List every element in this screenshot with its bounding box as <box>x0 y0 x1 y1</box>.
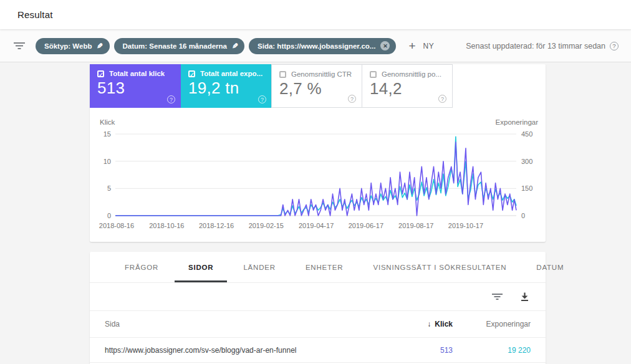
column-header-impressions[interactable]: Exponeringar <box>453 320 531 328</box>
chip-label: Söktyp: Webb <box>44 42 92 50</box>
metric-card-ctr[interactable]: Genomsnittlig CTR 2,7 % ? <box>271 64 362 108</box>
metric-card-clicks[interactable]: ✓ Totalt antal klick 513 ? <box>90 64 181 108</box>
column-header-clicks[interactable]: ↓Klick <box>378 320 453 328</box>
table-filter-icon[interactable] <box>492 293 503 300</box>
metric-label: Genomsnittlig po... <box>382 70 441 78</box>
clicks-value: 513 <box>378 346 453 355</box>
tab-pages[interactable]: SIDOR <box>173 252 228 282</box>
performance-panel: ✓ Totalt antal klick 513 ? ✓ Totalt anta… <box>90 64 546 242</box>
tab-queries[interactable]: FRÅGOR <box>110 252 173 282</box>
checkbox-icon[interactable]: ✓ <box>188 70 195 77</box>
x-axis-tick: 2018-10-16 <box>138 222 195 229</box>
dimension-tabs: FRÅGOR SIDOR LÄNDER ENHETER VISNINGSSÄTT… <box>90 252 546 283</box>
x-axis-tick: 2019-10-17 <box>438 222 494 229</box>
column-header-page[interactable]: Sida <box>105 320 378 328</box>
edit-pencil-icon[interactable]: ✎ <box>97 42 103 50</box>
x-axis-tick: 2018-08-16 <box>89 222 145 229</box>
x-axis-tick: 2019-08-17 <box>388 222 444 229</box>
filter-chip-search-type[interactable]: Söktyp: Webb ✎ <box>36 38 110 54</box>
app-header: Resultat <box>0 0 631 29</box>
tab-dates[interactable]: DATUM <box>521 252 579 282</box>
checkbox-icon[interactable]: ✓ <box>97 70 104 77</box>
filter-chip-page[interactable]: Sida: https://www.jobassigner.co... ✕ <box>249 38 396 54</box>
x-axis-tick: 2019-04-17 <box>288 222 344 229</box>
metric-value: 19,2 tn <box>188 79 264 98</box>
filter-list-icon[interactable] <box>14 42 25 50</box>
chip-label: Datum: Senaste 16 månaderna <box>123 42 227 50</box>
help-icon[interactable]: ? <box>610 42 619 50</box>
metric-label: Totalt antal expo... <box>200 70 263 77</box>
table-toolbar <box>90 283 546 311</box>
filter-chips: Söktyp: Webb ✎ Datum: Senaste 16 månader… <box>36 38 396 54</box>
sort-descending-icon: ↓ <box>427 320 431 328</box>
x-axis-tick: 2018-12-16 <box>188 222 244 229</box>
metric-value: 513 <box>97 79 173 98</box>
metric-value: 14,2 <box>370 79 445 98</box>
chip-label: Sida: https://www.jobassigner.co... <box>258 42 375 50</box>
impressions-value: 19 220 <box>453 346 531 355</box>
table-header-row: Sida ↓Klick Exponeringar <box>90 311 546 338</box>
help-icon[interactable]: ? <box>167 95 175 103</box>
checkbox-icon[interactable] <box>370 71 377 78</box>
metric-card-impressions[interactable]: ✓ Totalt antal expo... 19,2 tn ? <box>181 64 272 108</box>
help-icon[interactable]: ? <box>348 95 356 103</box>
metric-card-position[interactable]: Genomsnittlig po... 14,2 ? <box>362 64 453 108</box>
page-title: Resultat <box>17 9 53 20</box>
download-icon[interactable] <box>520 292 529 302</box>
metric-label: Totalt antal klick <box>109 70 165 77</box>
help-icon[interactable]: ? <box>258 95 266 103</box>
checkbox-icon[interactable] <box>279 71 286 78</box>
tab-countries[interactable]: LÄNDER <box>228 252 290 282</box>
filter-chip-date[interactable]: Datum: Senaste 16 månaderna ✎ <box>114 38 245 54</box>
new-filter-button[interactable]: + NY <box>408 40 434 52</box>
new-filter-label: NY <box>423 42 435 50</box>
help-icon[interactable]: ? <box>438 95 446 103</box>
table-row: https://www.jobassigner.com/sv-se/blogg/… <box>90 338 546 363</box>
metric-value: 2,7 % <box>279 79 354 98</box>
metric-label: Genomsnittlig CTR <box>291 70 352 78</box>
edit-pencil-icon[interactable]: ✎ <box>232 42 238 50</box>
tab-search-appearance[interactable]: VISNINGSSÄTT I SÖKRESULTATEN <box>358 252 521 282</box>
filter-bar: Söktyp: Webb ✎ Datum: Senaste 16 månader… <box>0 30 631 62</box>
dimensions-panel: FRÅGOR SIDOR LÄNDER ENHETER VISNINGSSÄTT… <box>90 252 546 364</box>
last-updated-status: Senast uppdaterad: för 13 timmar sedan ? <box>466 42 619 50</box>
x-axis-tick: 2019-02-15 <box>238 222 294 229</box>
last-updated-text: Senast uppdaterad: för 13 timmar sedan <box>466 42 605 50</box>
performance-chart: Klick Exponeringar 15105045030015002018-… <box>90 108 546 242</box>
x-axis-tick: 2019-06-17 <box>338 222 394 229</box>
tab-devices[interactable]: ENHETER <box>291 252 359 282</box>
metric-cards: ✓ Totalt antal klick 513 ? ✓ Totalt anta… <box>90 64 546 108</box>
plus-icon: + <box>408 40 415 52</box>
remove-filter-icon[interactable]: ✕ <box>380 41 390 50</box>
page-url-link[interactable]: https://www.jobassigner.com/sv-se/blogg/… <box>105 346 378 355</box>
